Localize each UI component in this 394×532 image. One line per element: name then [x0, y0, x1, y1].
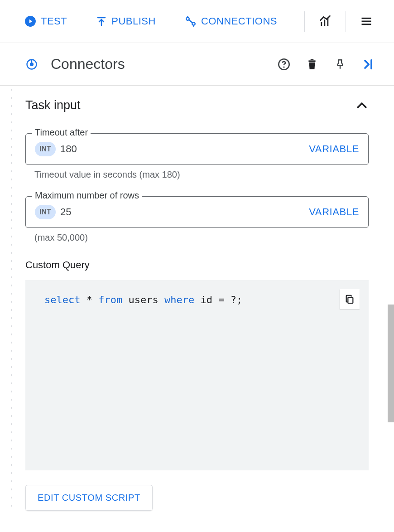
- edit-custom-script-button[interactable]: EDIT CUSTOM SCRIPT: [25, 485, 153, 511]
- play-circle-icon: [24, 15, 36, 27]
- copy-icon: [345, 294, 355, 304]
- task-input-panel: Task input Timeout after INT VARIABLE Ti…: [0, 86, 394, 511]
- test-label: TEST: [41, 15, 67, 27]
- pin-icon: [334, 58, 346, 70]
- timeout-label: Timeout after: [32, 127, 91, 138]
- max-rows-help-text: (max 50,000): [34, 232, 369, 243]
- publish-icon: [96, 16, 107, 27]
- toolbar-separator: [304, 11, 305, 32]
- sql-keyword: from: [98, 294, 122, 305]
- max-rows-variable-button[interactable]: VARIABLE: [309, 206, 359, 218]
- timeout-help-text: Timeout value in seconds (max 180): [34, 169, 369, 180]
- pin-button[interactable]: [332, 57, 348, 72]
- max-rows-label: Maximum number of rows: [32, 190, 142, 201]
- connector-node-icon: [25, 58, 38, 71]
- publish-label: PUBLISH: [111, 15, 156, 27]
- bar-chart-icon: [319, 15, 332, 28]
- custom-query-code: select * from users where id = ?;: [25, 280, 369, 470]
- sql-text: id = ?;: [194, 294, 242, 305]
- section-header: Connectors: [0, 43, 394, 86]
- max-rows-input[interactable]: [60, 206, 304, 218]
- chevron-to-end-icon: [362, 58, 375, 71]
- edit-custom-script-label: EDIT CUSTOM SCRIPT: [38, 493, 140, 503]
- connections-button[interactable]: CONNECTIONS: [178, 12, 283, 31]
- collapse-panel-button[interactable]: [360, 57, 376, 72]
- timeout-variable-button[interactable]: VARIABLE: [309, 143, 359, 155]
- help-button[interactable]: [276, 57, 292, 72]
- max-rows-field[interactable]: Maximum number of rows INT VARIABLE: [25, 196, 369, 228]
- chevron-up-icon: [355, 99, 369, 112]
- sql-keyword: select: [44, 294, 80, 305]
- menu-button[interactable]: [357, 12, 376, 31]
- analytics-button[interactable]: [316, 12, 335, 31]
- int-type-chip: INT: [35, 142, 56, 156]
- help-circle-icon: [278, 58, 290, 71]
- menu-icon: [360, 15, 373, 28]
- svg-rect-10: [362, 24, 371, 25]
- svg-rect-8: [362, 18, 371, 19]
- task-input-header[interactable]: Task input: [25, 98, 369, 112]
- top-toolbar: TEST PUBLISH CONNECTIONS: [0, 0, 394, 43]
- svg-point-12: [30, 63, 33, 66]
- int-type-chip: INT: [35, 205, 56, 219]
- publish-button[interactable]: PUBLISH: [90, 12, 162, 31]
- svg-rect-16: [308, 60, 315, 62]
- scrollbar-thumb[interactable]: [388, 305, 394, 422]
- section-title: Connectors: [51, 56, 264, 73]
- timeout-field[interactable]: Timeout after INT VARIABLE: [25, 133, 369, 165]
- svg-rect-17: [311, 59, 314, 60]
- timeout-input[interactable]: [60, 143, 304, 155]
- connections-icon: [185, 15, 197, 27]
- copy-code-button[interactable]: [340, 289, 360, 309]
- sql-keyword: where: [164, 294, 194, 305]
- sql-text: users: [122, 294, 164, 305]
- svg-rect-9: [362, 20, 371, 22]
- delete-button[interactable]: [304, 57, 320, 72]
- test-button[interactable]: TEST: [18, 12, 73, 31]
- custom-query-label: Custom Query: [25, 259, 369, 271]
- trash-icon: [306, 58, 318, 71]
- svg-rect-20: [348, 297, 353, 303]
- sql-text: *: [80, 294, 98, 305]
- connections-label: CONNECTIONS: [201, 15, 277, 27]
- toolbar-separator: [346, 11, 346, 32]
- task-input-title: Task input: [25, 98, 81, 112]
